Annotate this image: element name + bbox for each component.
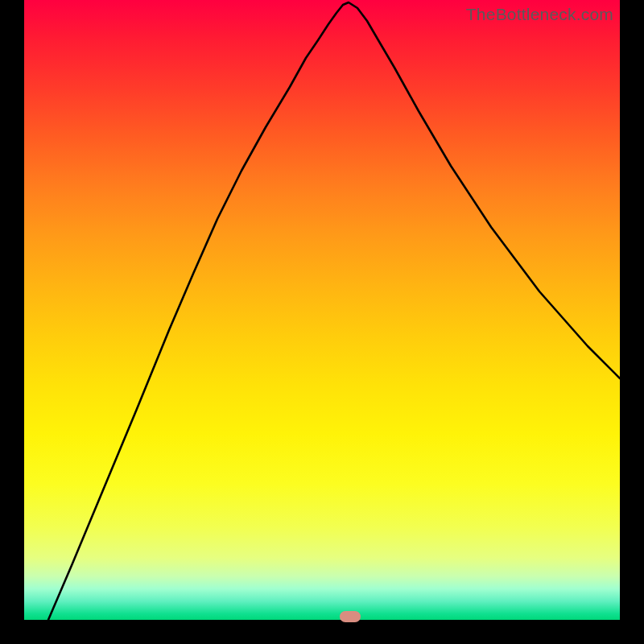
bottleneck-curve <box>24 0 620 620</box>
chart-frame: TheBottleneck.com <box>0 0 644 644</box>
watermark-text: TheBottleneck.com <box>466 5 613 24</box>
minimum-marker <box>340 611 361 622</box>
plot-area: TheBottleneck.com <box>24 0 620 620</box>
